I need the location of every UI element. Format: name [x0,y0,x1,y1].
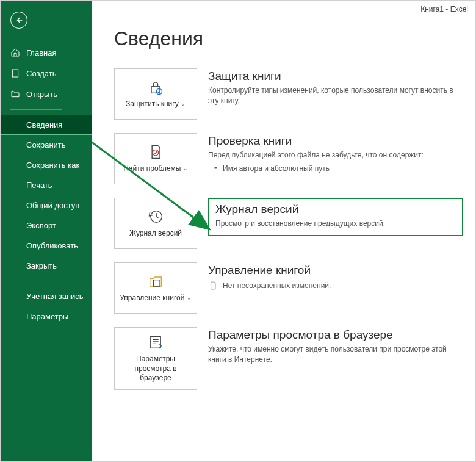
button-label: Защитить книгу [126,99,179,108]
section-title: Защита книги [208,70,463,83]
nav-label: Общий доступ [26,201,79,210]
svg-rect-0 [12,70,18,77]
no-unsaved-changes: Нет несохраненных изменений. [208,281,463,291]
nav-print[interactable]: Печать [1,175,92,195]
window-title: Книга1 - Excel [92,1,475,18]
section-history: Журнал версий Журнал версий Просмотр и в… [114,198,463,249]
nav-label: Сведения [26,120,62,129]
button-label: Журнал версий [129,229,182,239]
back-arrow-icon [14,15,24,25]
section-protect: Защитить книгу ⌄ Защита книги Контролиру… [114,68,463,120]
document-icon [208,281,218,291]
svg-rect-6 [151,337,160,348]
nav-label: Опубликовать [26,241,78,250]
nav-label: Главная [26,48,56,57]
new-icon [10,68,20,78]
section-browser: Параметры просмотра в браузере Параметры… [114,327,463,390]
section-desc: Перед публикацией этого файла не забудьт… [208,150,463,161]
nav-export[interactable]: Экспорт [1,215,92,236]
section-title: Управление книгой [208,264,463,277]
button-label: Найти проблемы [123,164,181,173]
nav-label: Печать [26,181,52,190]
inspect-findings-list: Имя автора и абсолютный путь [208,163,463,175]
nav-new[interactable]: Создать [1,63,92,84]
nav-publish[interactable]: Опубликовать [1,236,92,256]
back-button[interactable] [10,12,27,29]
section-manage: Управление книгой ⌄ Управление книгой Не… [114,262,463,314]
nav-label: Экспорт [26,221,56,230]
nav-label: Сохранить как [26,161,79,170]
nav-label: Открыть [26,90,57,99]
page-title: Сведения [114,27,463,50]
nav-account[interactable]: Учетная запись [1,286,92,306]
chevron-down-icon: ⌄ [183,165,188,173]
nav-label: Закрыть [26,261,57,270]
button-label: Управление книгой [120,294,184,302]
nav-label: Сохранить [26,140,66,150]
nav-options[interactable]: Параметры [1,306,92,327]
nav-separator [10,281,82,281]
nav-share[interactable]: Общий доступ [1,195,92,215]
status-text: Нет несохраненных изменений. [223,281,331,290]
nav-label: Параметры [26,312,68,321]
section-title: Проверка книги [208,134,463,148]
backstage-sidebar: Главная Создать Открыть Сведения Сохрани… [1,1,92,461]
nav-open[interactable]: Открыть [1,84,92,104]
document-check-icon [147,143,164,161]
nav-label: Создать [26,69,56,78]
nav-separator [10,109,62,110]
home-icon [10,48,20,57]
section-title: Параметры просмотра в браузере [208,328,463,342]
nav-home[interactable]: Главная [1,42,92,63]
manage-workbook-button[interactable]: Управление книгой ⌄ [114,262,197,314]
section-inspect: Найти проблемы ⌄ Проверка книги Перед пу… [114,133,463,184]
section-desc: Просмотр и восстановление предыдущих вер… [215,218,456,229]
chevron-down-icon: ⌄ [187,295,192,302]
folder-icon [147,273,164,290]
svg-rect-5 [154,280,160,287]
history-icon [147,208,164,225]
lock-icon [147,79,164,96]
browser-view-options-button[interactable]: Параметры просмотра в браузере [114,327,197,390]
list-item: Имя автора и абсолютный путь [208,163,463,175]
protect-workbook-button[interactable]: Защитить книгу ⌄ [114,68,197,120]
chevron-down-icon: ⌄ [181,101,186,108]
check-issues-button[interactable]: Найти проблемы ⌄ [114,133,197,184]
backstage-main: Сведения Защитить книгу ⌄ Защита книги К… [92,18,475,461]
nav-close[interactable]: Закрыть [1,256,92,276]
section-title: Журнал версий [215,203,456,216]
nav-info[interactable]: Сведения [1,115,92,135]
section-desc: Контролируйте типы изменений, которые по… [208,85,463,106]
nav-saveas[interactable]: Сохранить как [1,155,92,175]
nav-label: Учетная запись [26,292,84,301]
nav-save[interactable]: Сохранить [1,135,92,155]
button-label: Параметры просмотра в браузере [118,355,193,383]
browser-icon [147,334,164,351]
version-history-button[interactable]: Журнал версий [114,198,197,249]
section-desc: Укажите, что именно смогут видеть пользо… [208,344,463,365]
highlighted-section: Журнал версий Просмотр и восстановление … [208,198,463,236]
open-icon [10,89,20,99]
